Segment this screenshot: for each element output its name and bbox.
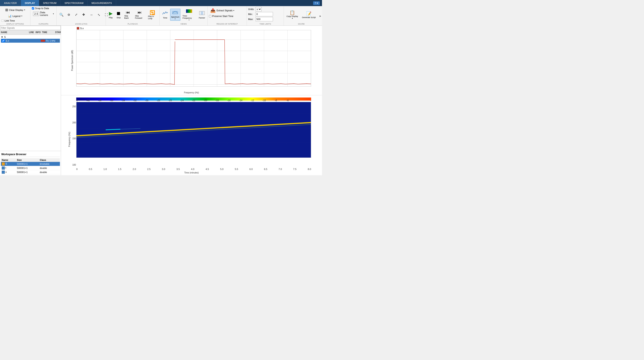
wb-icon <box>2 162 5 165</box>
tab-display[interactable]: DISPLAY <box>21 0 39 6</box>
signal-group-s: ▼ S S.x Fs: 1 kHz 0 s <box>0 35 61 43</box>
spec-y-250: 250 <box>72 105 76 108</box>
sx-time: 0 s <box>56 40 59 42</box>
x-tick-55: 5.5 <box>235 168 238 170</box>
main-content: NAME LINE INFO TIME STAR ▼ S S.x Fs: 1 k… <box>0 26 322 175</box>
skip-forward-icon: ⏭ <box>138 10 142 15</box>
extract-signals-icon: 📤 <box>210 8 216 13</box>
play-loop-icon: 🔁 <box>150 10 155 15</box>
spectrum-svg: -20 -25 -30 -35 -40 100 110 120 130 140 … <box>76 30 311 87</box>
extract-dropdown[interactable]: ▾ <box>233 9 234 11</box>
stop-button[interactable]: ⏹ Stop <box>115 10 122 19</box>
roi-label: REGION OF INTEREST <box>209 22 245 25</box>
x-tick-30: 3.0 <box>162 168 165 170</box>
preserve-start-time-row: Preserve Start Time <box>209 15 233 17</box>
copy-display-dropdown[interactable]: ▾ <box>292 17 293 19</box>
grid-icon: ⊞ <box>5 8 8 12</box>
zoom-in-button[interactable]: 🔍 <box>58 12 65 18</box>
spectrogram-y-label: Frequency (Hz) <box>68 132 70 147</box>
generate-script-button[interactable]: 📝 Generate Script <box>301 10 317 19</box>
signal-table-header: NAME LINE INFO TIME STAR <box>0 30 61 35</box>
zoom-out-button[interactable]: ⊖ <box>65 12 72 17</box>
tab-spectrum[interactable]: SPECTRUM <box>39 0 61 6</box>
zoom-x-button[interactable]: ↔ <box>88 12 95 18</box>
svg-text:-32: -32 <box>133 99 137 101</box>
col-time-header: TIME <box>41 31 54 33</box>
max-input[interactable] <box>256 17 273 21</box>
help-button[interactable]: ? ▾ <box>311 0 322 6</box>
time-freq-view-icon <box>186 8 192 14</box>
time-freq-dropdown[interactable]: ▾ <box>189 19 190 21</box>
svg-text:200: 200 <box>309 86 311 87</box>
legend-button[interactable]: 📊 Legend ▾ <box>1 13 29 19</box>
tab-analyzer[interactable]: ANALYZER <box>0 0 21 6</box>
link-time-checkbox[interactable] <box>1 19 4 22</box>
skip-back-icon: ⏮ <box>126 10 130 15</box>
playback-section: ▶ Play ⏹ Stop ⏮ Skip Back ⏭ Skip Forward… <box>106 6 160 25</box>
extract-signals-button[interactable]: 📤 Extract Signals ▾ <box>209 7 236 14</box>
svg-text:-14: -14 <box>239 99 242 101</box>
spectrogram-svg <box>76 102 311 158</box>
time-freq-view-button[interactable]: Time-Frequency ▾ <box>181 7 197 21</box>
sx-freq: Fs: 1 kHz <box>46 40 55 42</box>
snap-to-data-checkbox[interactable] <box>32 7 34 9</box>
tab-measurements[interactable]: MEASUREMENTS <box>88 0 116 6</box>
play-loop-button[interactable]: 🔁 Play in Loop <box>146 9 158 20</box>
legend-dropdown[interactable]: ▾ <box>21 15 22 17</box>
signal-group-s-label[interactable]: ▼ S <box>1 35 60 39</box>
spectrum-title-swatch <box>77 27 79 29</box>
wb-row[interactable]: x 500001×1 double <box>1 170 60 174</box>
display-grid-button[interactable]: ⊞ Clear Display ▾ <box>1 7 29 13</box>
x-tick-45: 4.5 <box>206 168 209 170</box>
wb-icon <box>2 171 5 174</box>
zoom-fit-button[interactable]: ⤢ <box>73 12 80 17</box>
toolbar-expand[interactable]: ▸ <box>319 6 322 25</box>
svg-text:-24: -24 <box>180 99 184 101</box>
x-tick-05: 0.5 <box>89 168 92 170</box>
x-tick-40: 4.0 <box>191 168 194 170</box>
filter-signals-input[interactable] <box>0 26 61 30</box>
pan-button[interactable]: ✥ <box>80 12 87 17</box>
svg-text:-26: -26 <box>168 99 172 101</box>
wb-icon <box>2 166 5 170</box>
link-time-label: Link Time <box>4 19 15 22</box>
x-tick-65: 6.5 <box>264 168 267 170</box>
wb-cell-name: S <box>1 162 16 166</box>
cursors-dropdown[interactable]: ▾ <box>53 13 54 15</box>
nav-tabs: ANALYZER DISPLAY SPECTRUM SPECTROGRAM ME… <box>0 0 322 6</box>
wb-row[interactable]: t 500001×1 double <box>1 166 60 170</box>
svg-text:-40: -40 <box>86 99 90 101</box>
display-options-label: DISPLAY OPTIONS <box>1 22 29 25</box>
units-select[interactable]: s <box>256 7 262 11</box>
spectrum-title-text: S.x <box>80 27 84 29</box>
preserve-start-time-checkbox[interactable] <box>209 15 211 17</box>
tab-spectrogram[interactable]: SPECTROGRAM <box>60 0 88 6</box>
wb-row[interactable]: S 500001×1 timetable <box>1 162 60 166</box>
spectrogram-x-label: Time (minutes) <box>184 172 199 174</box>
wb-cell-name: t <box>1 166 16 170</box>
signal-item-sx[interactable]: S.x Fs: 1 kHz 0 s <box>1 39 60 43</box>
cursors-section: Snap to Data 2.5 Data cursors ▾ CURSORS <box>30 6 57 25</box>
copy-display-button[interactable]: 📋 Copy Display ▾ <box>285 9 299 20</box>
sx-checkbox[interactable] <box>2 39 5 42</box>
play-button[interactable]: ▶ Play <box>107 10 114 19</box>
spec-y-150: 150 <box>72 137 76 140</box>
sx-swatch <box>41 40 45 42</box>
spectrum-dropdown[interactable]: ▾ <box>175 18 176 20</box>
zoom-pan-section: 🔍 ⊖ ⤢ ✥ ↔ ⤡ ⛶ ZOOM & PAN <box>57 6 106 25</box>
skip-back-button[interactable]: ⏮ Skip Back <box>123 9 133 20</box>
zoom-full-button[interactable]: ⤡ <box>96 12 102 18</box>
skip-forward-button[interactable]: ⏭ Skip Forward <box>134 9 146 20</box>
spectrum-view-button[interactable]: Spectrum ▾ <box>170 9 180 20</box>
x-tick-25: 2.5 <box>147 168 150 170</box>
spectrogram-section: -42 -40 -38 -36 -34 -32 -30 -28 -26 -24 … <box>61 95 322 175</box>
x-tick-15: 1.5 <box>118 168 121 170</box>
spec-y-100: 100 <box>72 164 76 166</box>
min-input[interactable] <box>256 12 273 16</box>
wb-cell-size: 500001×1 <box>16 166 39 170</box>
spectrum-view-icon <box>172 9 178 16</box>
time-view-button[interactable]: Time <box>161 9 169 19</box>
data-cursors-button[interactable]: 2.5 Data cursors ▾ <box>32 10 55 17</box>
panner-view-button[interactable]: Panner <box>198 9 206 19</box>
display-grid-dropdown[interactable]: ▾ <box>24 9 25 11</box>
